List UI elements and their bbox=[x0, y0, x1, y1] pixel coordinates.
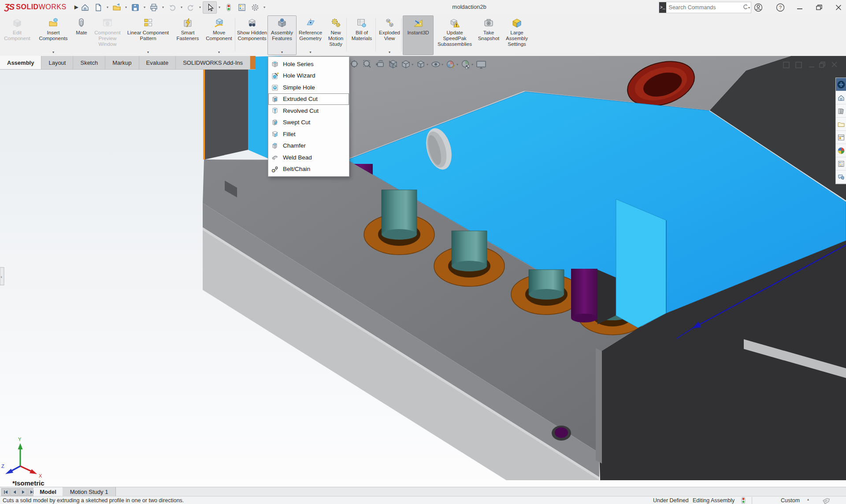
new-document-caret[interactable]: ▾ bbox=[105, 5, 110, 9]
menu-item-extruded-cut[interactable]: Extruded Cut bbox=[268, 93, 349, 105]
apply-scene-icon[interactable]: ▾ bbox=[460, 59, 473, 70]
undo-button[interactable] bbox=[166, 2, 179, 13]
print-caret[interactable]: ▾ bbox=[160, 5, 166, 9]
previous-view-icon[interactable] bbox=[375, 59, 386, 70]
ribbon-button-large-assembly-settings[interactable]: Large Assembly Settings bbox=[502, 15, 532, 55]
home-button[interactable] bbox=[78, 2, 92, 13]
help-button[interactable]: ? bbox=[774, 0, 787, 15]
open-caret[interactable]: ▾ bbox=[123, 5, 129, 9]
top-plate-left-face[interactable] bbox=[205, 57, 248, 159]
view-settings-icon[interactable] bbox=[475, 59, 487, 70]
redo-caret[interactable]: ▾ bbox=[197, 5, 203, 9]
task-pane-appearances[interactable] bbox=[836, 144, 846, 157]
status-configuration[interactable]: Custom bbox=[781, 497, 800, 504]
ribbon-button-mate[interactable]: Mate bbox=[72, 15, 91, 55]
task-pane-file-explorer[interactable] bbox=[836, 118, 846, 131]
search-commands-box[interactable]: >_ ▾ bbox=[659, 2, 751, 13]
print-button[interactable] bbox=[147, 2, 160, 13]
reference-geometry-caret[interactable]: ▾ bbox=[309, 50, 311, 54]
ribbon-button-reference-geometry[interactable]: Reference Geometry ▾ bbox=[296, 15, 325, 55]
menu-item-revolved-cut[interactable]: Revolved Cut bbox=[268, 105, 349, 117]
task-pane-home[interactable] bbox=[836, 91, 846, 104]
zoom-to-area-icon[interactable] bbox=[362, 59, 373, 70]
scroll-first-button[interactable] bbox=[1, 488, 10, 496]
save-button[interactable] bbox=[129, 2, 142, 13]
move-component-caret[interactable]: ▾ bbox=[218, 50, 220, 54]
redo-button[interactable] bbox=[184, 2, 197, 13]
performance-button[interactable] bbox=[222, 2, 235, 13]
assembly-model-canvas[interactable]: ‹ *Isometric Y X Z bbox=[0, 56, 846, 487]
display-style-icon[interactable]: ▾ bbox=[416, 59, 428, 70]
collapsed-panel-tab[interactable]: ‹ bbox=[0, 267, 4, 285]
options-button[interactable] bbox=[249, 2, 262, 13]
options-caret[interactable]: ▾ bbox=[262, 5, 267, 9]
new-document-button[interactable] bbox=[92, 2, 105, 13]
purple-return-pin-2[interactable] bbox=[571, 269, 597, 322]
tab-motion-study-1[interactable]: Motion Study 1 bbox=[63, 487, 116, 496]
linear-component-pattern-caret[interactable]: ▾ bbox=[147, 50, 149, 54]
login-button[interactable] bbox=[752, 0, 765, 15]
ribbon-button-show-hidden-components[interactable]: Show Hidden Components bbox=[236, 15, 268, 55]
search-caret[interactable]: ▾ bbox=[747, 6, 751, 10]
tab-model[interactable]: Model bbox=[33, 487, 63, 496]
ribbon-button-edit-component[interactable]: Edit Component bbox=[2, 15, 33, 55]
select-tool-caret[interactable]: ▾ bbox=[217, 5, 222, 9]
menu-item-chamfer[interactable]: Chamfer bbox=[268, 140, 349, 152]
menu-item-fillet[interactable]: Fillet bbox=[268, 128, 349, 140]
assembly-features-caret[interactable]: ▾ bbox=[281, 50, 283, 54]
ribbon-button-component-preview-window[interactable]: Component Preview Window bbox=[91, 15, 124, 55]
task-pane-custom-properties[interactable] bbox=[836, 157, 846, 170]
undo-caret[interactable]: ▾ bbox=[179, 5, 184, 9]
tab-assembly[interactable]: Assembly bbox=[0, 56, 41, 69]
configuration-caret[interactable]: ▴ bbox=[807, 497, 809, 501]
status-tag-icon[interactable] bbox=[822, 497, 830, 504]
properties-button[interactable] bbox=[235, 2, 249, 13]
search-icon[interactable] bbox=[742, 4, 748, 11]
ribbon-button-move-component[interactable]: Move Component ▾ bbox=[203, 15, 235, 55]
search-input[interactable] bbox=[666, 4, 742, 11]
tab-sketch[interactable]: Sketch bbox=[73, 56, 105, 69]
ribbon-button-instant3d[interactable]: Instant3D bbox=[403, 15, 434, 55]
insert-components-caret[interactable]: ▾ bbox=[52, 50, 54, 54]
blue-plate-cyan-side-face[interactable] bbox=[616, 199, 666, 328]
section-view-icon[interactable] bbox=[388, 59, 398, 70]
scroll-prev-button[interactable] bbox=[10, 488, 19, 496]
save-caret[interactable]: ▾ bbox=[142, 5, 147, 9]
scroll-next-button[interactable] bbox=[19, 488, 27, 496]
menu-item-hole-wizard[interactable]: Hole Wizard bbox=[268, 70, 349, 82]
task-pane-view-palette[interactable] bbox=[836, 131, 846, 144]
ribbon-button-exploded-view[interactable]: Exploded View ▾ bbox=[377, 15, 402, 55]
status-traffic-light-icon[interactable] bbox=[741, 497, 746, 504]
menu-item-weld-bead[interactable]: Weld Bead bbox=[268, 152, 349, 163]
ribbon-button-assembly-features[interactable]: Assembly Features ▾ bbox=[267, 15, 297, 55]
edit-appearance-icon[interactable]: ▾ bbox=[445, 59, 458, 70]
menu-item-hole-series[interactable]: Hole Series bbox=[268, 58, 349, 70]
tab-layout[interactable]: Layout bbox=[41, 56, 73, 69]
menu-item-swept-cut[interactable]: Swept Cut bbox=[268, 117, 349, 129]
open-button[interactable] bbox=[110, 2, 123, 13]
tab-markup[interactable]: Markup bbox=[105, 56, 139, 69]
ribbon-button-insert-components[interactable]: Insert Components ▾ bbox=[35, 15, 71, 55]
select-tool-button[interactable] bbox=[203, 1, 217, 14]
ribbon-button-take-snapshot[interactable]: Take Snapshot bbox=[475, 15, 502, 55]
view-orientation-icon[interactable]: ▾ bbox=[401, 59, 413, 70]
minimize-button[interactable] bbox=[793, 0, 806, 15]
menu-expand-arrow[interactable]: ▶ bbox=[74, 4, 78, 10]
restore-button[interactable] bbox=[813, 0, 826, 15]
task-pane-design-library[interactable] bbox=[836, 104, 846, 118]
close-button[interactable] bbox=[832, 0, 845, 15]
graphics-viewport[interactable]: ‹ *Isometric Y X Z bbox=[0, 56, 846, 487]
menu-item-simple-hole[interactable]: Simple Hole bbox=[268, 82, 349, 93]
highlighted-edge-orange[interactable] bbox=[203, 70, 205, 159]
ribbon-button-bill-of-materials[interactable]: Bill of Materials bbox=[348, 15, 376, 55]
exploded-view-caret[interactable]: ▾ bbox=[389, 50, 390, 54]
task-pane-3dexperience[interactable] bbox=[836, 78, 846, 91]
menu-item-belt-chain[interactable]: Belt/Chain bbox=[268, 163, 349, 175]
ribbon-button-update-speedpak[interactable]: Update SpeedPak Subassemblies bbox=[434, 15, 475, 55]
tab-solidworks-add-ins[interactable]: SOLIDWORKS Add-Ins bbox=[176, 56, 250, 69]
hide-show-items-icon[interactable]: ▾ bbox=[430, 59, 443, 70]
ribbon-button-linear-component-pattern[interactable]: Linear Component Pattern ▾ bbox=[124, 15, 172, 55]
ribbon-button-smart-fasteners[interactable]: Smart Fasteners bbox=[173, 15, 203, 55]
task-pane-comments[interactable] bbox=[836, 170, 846, 184]
ribbon-button-new-motion-study[interactable]: New Motion Study bbox=[324, 15, 347, 55]
